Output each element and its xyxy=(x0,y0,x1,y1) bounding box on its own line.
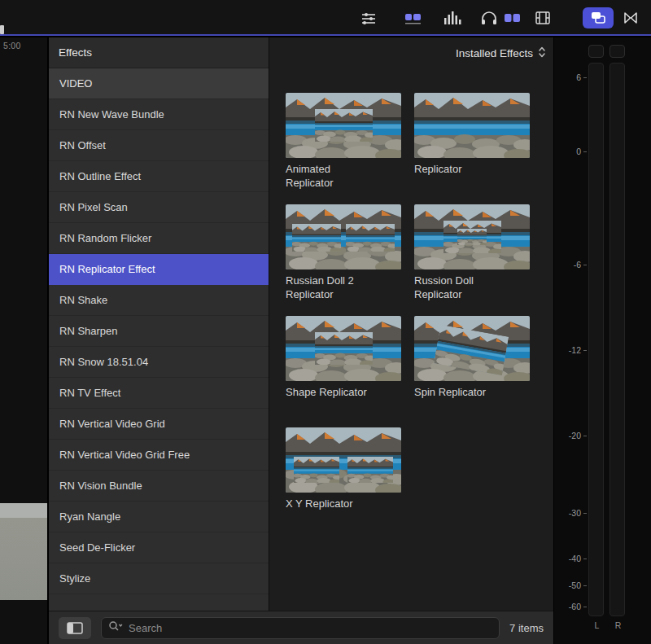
sidebar-item[interactable]: RN Sharpen xyxy=(49,316,269,347)
db-tick xyxy=(583,585,587,586)
audio-meters: 6 0 -6 -12 -20 -30 -40 -50 -60 L R xyxy=(553,37,651,644)
effect-name: X Y Replicator xyxy=(286,497,377,510)
db-tick xyxy=(583,559,587,559)
db-tick xyxy=(583,607,587,607)
effect-item[interactable]: Replicator xyxy=(414,93,530,204)
effect-item[interactable]: Russion Doll Replicator xyxy=(414,204,530,316)
effects-bottom-bar: 7 items xyxy=(49,611,553,644)
timeline-edge: 5:00 xyxy=(0,37,49,644)
db-label: 0 xyxy=(554,147,581,156)
db-tick xyxy=(583,513,587,514)
effects-browser: Effects VIDEO RN New Wave Bundle RN Offs… xyxy=(49,37,553,644)
audio-meters-icon[interactable] xyxy=(438,6,465,30)
sidebar-item-video[interactable]: VIDEO xyxy=(49,68,269,99)
skimming-icon[interactable] xyxy=(399,6,426,30)
effect-name: Russian Doll 2 Replicator xyxy=(286,274,377,301)
effect-thumbnail xyxy=(414,316,530,381)
db-tick xyxy=(583,77,587,78)
search-icon[interactable] xyxy=(108,620,123,635)
timeline-clip-fragment[interactable] xyxy=(0,503,47,600)
db-label: -40 xyxy=(554,554,581,563)
sidebar-toggle-icon xyxy=(67,622,83,634)
effect-item[interactable]: Shape Replicator xyxy=(286,316,401,427)
browser-icon[interactable] xyxy=(583,7,614,28)
meter-bar-right xyxy=(609,63,625,616)
items-count: 7 items xyxy=(509,622,544,634)
db-tick xyxy=(583,265,587,265)
installed-effects-label: Installed Effects xyxy=(456,47,533,59)
effect-name: Shape Replicator xyxy=(286,385,377,399)
effect-name: Replicator xyxy=(414,162,505,176)
channel-label-right: R xyxy=(609,620,627,630)
meter-cap-left xyxy=(588,45,604,58)
installed-effects-dropdown[interactable]: Installed Effects xyxy=(269,37,553,68)
db-label: -12 xyxy=(554,345,581,355)
sidebar-item[interactable]: RN New Wave Bundle xyxy=(49,99,269,130)
effect-thumbnail xyxy=(286,427,401,493)
effects-sidebar: Effects VIDEO RN New Wave Bundle RN Offs… xyxy=(49,37,269,611)
sidebar-item[interactable]: RN Snow 18.51.04 xyxy=(49,347,269,378)
db-label: 6 xyxy=(554,72,581,82)
effect-item[interactable]: X Y Replicator xyxy=(286,427,401,539)
final-cut-effects-window: 5:00 Effects VIDEO RN New Wave Bundle RN… xyxy=(0,0,651,644)
effect-thumbnail xyxy=(286,93,401,158)
sidebar-item-selected[interactable]: RN Replicator Effect xyxy=(49,254,269,285)
partial-icon xyxy=(0,25,4,34)
sidebar-item[interactable]: RN TV Effect xyxy=(49,378,269,409)
meter-cap-right xyxy=(609,45,625,58)
effects-panel-title: Effects xyxy=(49,37,269,68)
chevron-updown-icon xyxy=(538,46,546,61)
sidebar-item[interactable]: RN Vertical Video Grid xyxy=(49,409,269,440)
db-tick xyxy=(583,350,587,351)
tools-icon[interactable] xyxy=(355,6,382,30)
sidebar-item[interactable]: Ryan Nangle xyxy=(49,502,269,532)
db-tick xyxy=(583,436,587,436)
effect-thumbnail xyxy=(286,204,401,269)
film-frame-icon[interactable] xyxy=(529,6,557,30)
effect-thumbnail xyxy=(414,93,530,158)
sidebar-item[interactable]: RN Vertical Video Grid Free xyxy=(49,440,269,471)
sidebar-item[interactable]: RN Offset xyxy=(49,130,269,161)
effect-item[interactable]: Russian Doll 2 Replicator xyxy=(286,204,401,316)
sidebar-item[interactable]: RN Random Flicker xyxy=(49,223,269,254)
effects-grid: Animated Replicator Replicator Russian D… xyxy=(269,68,553,539)
toolbar xyxy=(0,0,651,36)
transitions-icon[interactable] xyxy=(617,6,644,30)
db-label: -30 xyxy=(554,508,581,518)
effect-name: Russion Doll Replicator xyxy=(414,274,505,301)
timeline-ruler-label: 5:00 xyxy=(3,41,21,50)
db-label: -20 xyxy=(554,431,581,440)
clips-icon[interactable] xyxy=(498,6,526,30)
sidebar-item[interactable]: Stylize xyxy=(49,563,269,594)
effect-name: Spin Replicator xyxy=(414,385,505,399)
effect-thumbnail xyxy=(286,316,401,381)
db-label: -50 xyxy=(554,580,581,590)
db-tick xyxy=(583,151,587,152)
sidebar-item[interactable]: RN Outline Effect xyxy=(49,161,269,192)
effect-name: Animated Replicator xyxy=(286,162,377,190)
db-label: -6 xyxy=(554,260,581,269)
effect-item[interactable]: Spin Replicator xyxy=(414,316,530,427)
effect-thumbnail xyxy=(414,204,530,269)
sidebar-toggle-button[interactable] xyxy=(59,617,91,639)
sidebar-item[interactable]: Seed De-Flicker xyxy=(49,532,269,563)
effects-grid-panel: Installed Effects Animated Replicator xyxy=(269,37,553,611)
sidebar-item[interactable]: RN Shake xyxy=(49,285,269,316)
search-field[interactable] xyxy=(101,617,500,639)
sidebar-item[interactable]: RN Vision Bundle xyxy=(49,471,269,502)
db-label: -60 xyxy=(554,602,581,611)
meter-bar-left xyxy=(588,63,604,616)
channel-label-left: L xyxy=(588,620,605,630)
effects-category-list: VIDEO RN New Wave Bundle RN Offset RN Ou… xyxy=(49,68,269,594)
effect-item[interactable]: Animated Replicator xyxy=(286,93,401,204)
sidebar-item[interactable]: RN Pixel Scan xyxy=(49,192,269,223)
search-input[interactable] xyxy=(127,621,492,635)
